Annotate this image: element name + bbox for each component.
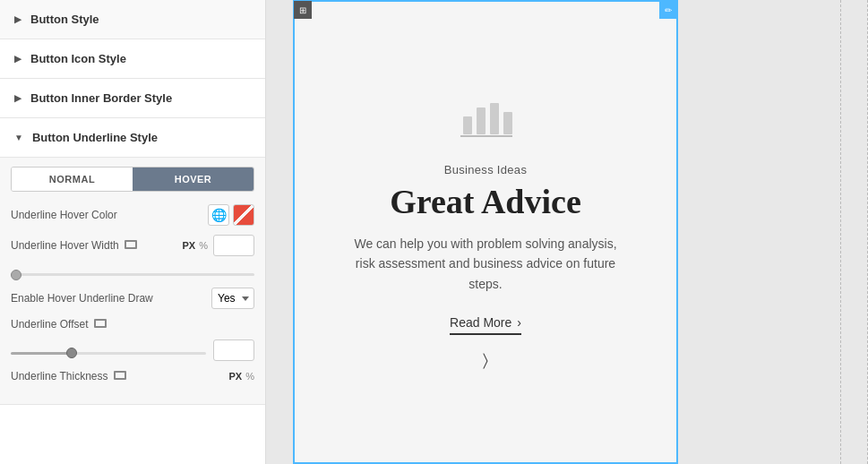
left-panel: ▶ Button Style ▶ Button Icon Style ▶ But… <box>0 0 266 464</box>
accordion-header-button-underline-style[interactable]: ▼ Button Underline Style <box>0 118 265 157</box>
offset-monitor-icon <box>94 319 107 328</box>
accordion-button-underline-style: ▼ Button Underline Style NORMAL HOVER Un… <box>0 118 265 405</box>
label-button-inner-border-style: Button Inner Border Style <box>30 91 172 105</box>
label-button-style: Button Style <box>30 13 99 26</box>
width-slider[interactable] <box>11 273 254 276</box>
svg-rect-2 <box>490 103 499 134</box>
unit-px-label[interactable]: PX <box>183 240 196 251</box>
normal-hover-toggle: NORMAL HOVER <box>11 167 254 192</box>
width-slider-container <box>11 265 254 279</box>
underline-style-content: NORMAL HOVER Underline Hover Color 🌐 Und… <box>0 157 265 404</box>
grid-icon: ⊞ <box>299 5 306 15</box>
unit-px2-label[interactable]: PX <box>229 371 243 382</box>
handle-top-left[interactable]: ⊞ <box>294 1 312 19</box>
preview-card: Business Ideas Great Advice We can help … <box>315 76 656 388</box>
thickness-monitor-icon <box>114 371 126 380</box>
accordion-button-icon-style: ▶ Button Icon Style <box>0 39 265 79</box>
accordion-header-button-icon-style[interactable]: ▶ Button Icon Style <box>0 39 265 78</box>
arrow-button-inner-border-style: ▶ <box>14 93 21 103</box>
guide-line-right <box>840 0 841 464</box>
label-button-icon-style: Button Icon Style <box>30 52 126 65</box>
underline-hover-width-row: Underline Hover Width PX % <box>11 235 254 256</box>
underline-hover-color-row: Underline Hover Color 🌐 <box>11 204 254 226</box>
svg-rect-3 <box>503 112 512 134</box>
arrow-button-underline-style: ▼ <box>14 133 23 142</box>
read-more-button[interactable]: Read More › <box>450 315 521 335</box>
underline-thickness-row: Underline Thickness PX % <box>11 370 254 382</box>
underline-thickness-label: Underline Thickness <box>11 370 224 382</box>
offset-slider-row <box>11 339 254 361</box>
underline-offset-label: Underline Offset <box>11 318 254 331</box>
underline-hover-width-label: Underline Hover Width <box>11 239 177 252</box>
svg-rect-1 <box>477 107 486 134</box>
underline-offset-row: Underline Offset <box>11 318 254 331</box>
monitor-icon <box>125 240 137 249</box>
offset-number-input[interactable] <box>213 339 254 361</box>
arrow-button-icon-style: ▶ <box>14 54 21 64</box>
accordion-header-button-style[interactable]: ▶ Button Style <box>0 0 265 39</box>
unit-group-thickness: PX % <box>229 371 254 382</box>
color-slash-button[interactable] <box>233 204 254 226</box>
arrow-button-style: ▶ <box>14 14 21 24</box>
offset-slider-wrapper <box>11 344 206 357</box>
accordion-header-button-inner-border-style[interactable]: ▶ Button Inner Border Style <box>0 79 265 117</box>
svg-rect-0 <box>463 116 472 134</box>
label-button-underline-style: Button Underline Style <box>32 131 158 144</box>
preview-card-wrapper: ⊞ ✏ Business Ideas Great Advice We can h… <box>293 0 678 464</box>
color-buttons: 🌐 <box>208 204 254 226</box>
globe-button[interactable]: 🌐 <box>208 204 229 226</box>
accordion-button-inner-border-style: ▶ Button Inner Border Style <box>0 79 265 118</box>
edit-pencil-icon: ✏ <box>665 5 672 15</box>
cursor-indicator: 〉 <box>483 351 488 370</box>
enable-hover-label: Enable Hover Underline Draw <box>11 292 206 305</box>
card-title: Great Advice <box>351 182 620 221</box>
enable-hover-select[interactable]: Yes No <box>211 288 254 309</box>
toggle-hover[interactable]: HOVER <box>133 168 254 191</box>
right-panel: ⊞ ✏ Business Ideas Great Advice We can h… <box>266 0 868 464</box>
card-body: We can help you with problem solving ana… <box>351 234 620 294</box>
underline-hover-color-label: Underline Hover Color <box>11 209 202 221</box>
enable-hover-row: Enable Hover Underline Draw Yes No <box>11 288 254 309</box>
read-more-arrow-icon: › <box>517 315 521 330</box>
read-more-label: Read More <box>450 315 511 330</box>
toggle-normal[interactable]: NORMAL <box>12 168 133 191</box>
accordion-button-style: ▶ Button Style <box>0 0 265 39</box>
offset-slider[interactable] <box>11 352 206 355</box>
unit-group-width: PX % <box>183 240 208 251</box>
card-subtitle: Business Ideas <box>351 163 620 176</box>
chart-icon <box>351 94 620 149</box>
unit-percent2-label[interactable]: % <box>245 371 254 382</box>
handle-top-right[interactable]: ✏ <box>659 1 677 19</box>
width-number-input[interactable] <box>213 235 254 256</box>
unit-percent-label[interactable]: % <box>199 240 208 251</box>
